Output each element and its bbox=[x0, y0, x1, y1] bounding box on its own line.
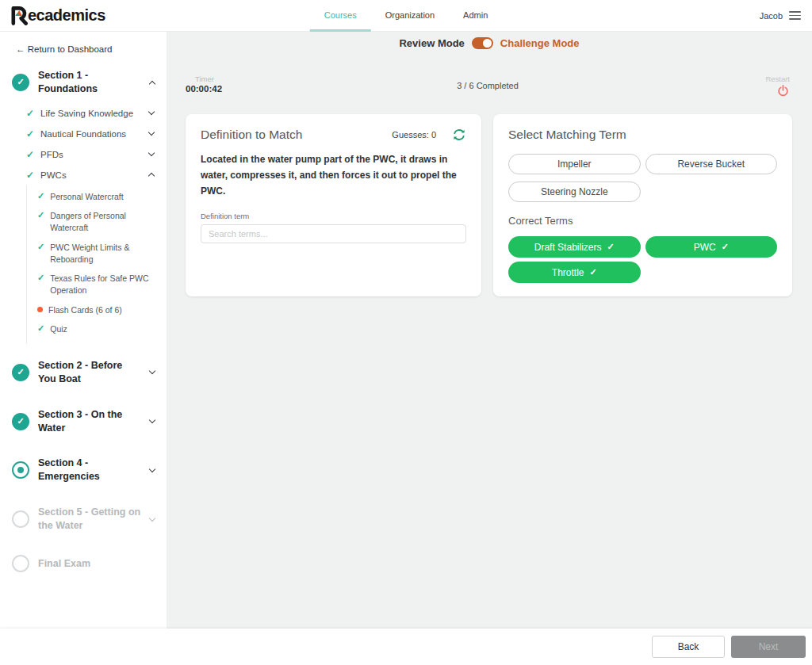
review-mode-label[interactable]: Review Mode bbox=[399, 37, 464, 49]
term-search-input[interactable] bbox=[201, 224, 466, 243]
sidebar-section-1-foundations[interactable]: ✓ Section 1 - Foundations bbox=[0, 62, 167, 103]
chevron-down-icon bbox=[148, 129, 155, 136]
sidebar-item-quiz[interactable]: ✓ Quiz bbox=[27, 319, 167, 339]
in-progress-dot-icon bbox=[37, 307, 43, 312]
back-button[interactable]: Back bbox=[652, 636, 725, 658]
timer-value: 00:00:42 bbox=[186, 84, 457, 94]
sidebar-section-5-getting-on-the-water[interactable]: Section 5 - Getting on the Water bbox=[0, 499, 167, 540]
definition-card-title: Definition to Match bbox=[201, 128, 392, 142]
bottom-action-bar: Back Next bbox=[0, 629, 812, 665]
sidebar-item-pwc-weight-limits[interactable]: ✓ PWC Weight Limits & Reboarding bbox=[27, 238, 167, 269]
section-complete-icon: ✓ bbox=[12, 74, 29, 91]
progress-counter: 3 / 6 Completed bbox=[457, 81, 519, 90]
top-header: ecademics Courses Organization Admin Jac… bbox=[0, 0, 812, 32]
check-icon: ✓ bbox=[589, 267, 596, 277]
check-icon: ✓ bbox=[37, 192, 44, 201]
sidebar-item-flash-cards[interactable]: Flash Cards (6 of 6) bbox=[27, 300, 167, 320]
return-to-dashboard-link[interactable]: ← Return to Dashboard bbox=[0, 32, 167, 60]
term-option-impeller[interactable]: Impeller bbox=[508, 154, 641, 174]
check-icon: ✓ bbox=[37, 211, 44, 220]
section-locked-icon bbox=[12, 555, 29, 572]
correct-term-pwc: PWC ✓ bbox=[645, 236, 778, 258]
check-icon: ✓ bbox=[37, 273, 44, 282]
sidebar-item-life-saving-knowledge[interactable]: ✓ Life Saving Knowledge bbox=[0, 103, 167, 124]
sidebar-section-3-on-the-water[interactable]: ✓ Section 3 - On the Water bbox=[0, 401, 167, 442]
check-icon: ✓ bbox=[26, 170, 34, 180]
term-option-steering-nozzle[interactable]: Steering Nozzle bbox=[508, 182, 641, 202]
chevron-down-icon bbox=[148, 109, 155, 115]
chevron-down-icon bbox=[148, 150, 155, 156]
chevron-down-icon bbox=[149, 514, 155, 521]
definition-card: Definition to Match Guesses: 0 Located i… bbox=[186, 114, 481, 296]
logo-r-mark-icon bbox=[10, 6, 29, 25]
restart-power-icon[interactable] bbox=[776, 84, 790, 97]
chevron-up-icon bbox=[149, 81, 155, 87]
pwcs-lesson-list: ✓ Personal Watercraft ✓ Dangers of Perso… bbox=[26, 185, 167, 344]
check-icon: ✓ bbox=[26, 150, 34, 159]
section-complete-icon: ✓ bbox=[12, 364, 29, 381]
user-name[interactable]: Jacob bbox=[760, 11, 783, 21]
check-icon: ✓ bbox=[607, 242, 614, 252]
restart-label: Restart bbox=[765, 75, 790, 83]
correct-term-throttle: Throttle ✓ bbox=[508, 262, 641, 283]
check-icon: ✓ bbox=[26, 109, 34, 118]
check-icon: ✓ bbox=[37, 324, 44, 333]
next-button[interactable]: Next bbox=[731, 636, 806, 658]
term-options: Impeller Reverse Bucket Steering Nozzle bbox=[508, 154, 777, 202]
nav-tab-courses[interactable]: Courses bbox=[310, 0, 371, 32]
sidebar-section-2-before-you-boat[interactable]: ✓ Section 2 - Before You Boat bbox=[0, 352, 167, 393]
nav-tab-organization[interactable]: Organization bbox=[371, 0, 449, 32]
sidebar-item-pfds[interactable]: ✓ PFDs bbox=[0, 144, 167, 165]
chevron-up-icon bbox=[148, 173, 155, 179]
nav-tab-admin[interactable]: Admin bbox=[449, 0, 502, 32]
chevron-down-icon bbox=[149, 417, 155, 423]
correct-term-draft-stabilizers: Draft Stabilizers ✓ bbox=[508, 236, 641, 258]
definition-text: Located in the water pump part of the PW… bbox=[201, 152, 466, 199]
guesses-counter: Guesses: 0 bbox=[392, 130, 436, 139]
check-icon: ✓ bbox=[26, 129, 34, 139]
chevron-down-icon bbox=[149, 368, 155, 374]
sidebar-item-nautical-foundations[interactable]: ✓ Nautical Foundations bbox=[0, 124, 167, 144]
definition-term-label: Definition term bbox=[201, 212, 466, 220]
timer-label: Timer bbox=[186, 75, 457, 83]
matching-card-title: Select Matching Term bbox=[508, 128, 777, 142]
timer-block: Timer 00:00:42 bbox=[186, 75, 457, 94]
correct-terms-label: Correct Terms bbox=[508, 215, 777, 227]
top-nav: Courses Organization Admin bbox=[310, 0, 503, 32]
mode-toggle-switch[interactable] bbox=[472, 37, 493, 49]
restart-block: Restart bbox=[519, 75, 793, 97]
sidebar-item-dangers-of-personal-watercraft[interactable]: ✓ Dangers of Personal Watercraft bbox=[27, 206, 167, 237]
sidebar-item-pwcs[interactable]: ✓ PWCs bbox=[0, 165, 167, 185]
status-row: Timer 00:00:42 3 / 6 Completed Restart bbox=[186, 75, 793, 97]
toggle-knob bbox=[483, 39, 492, 48]
chevron-down-icon bbox=[149, 466, 155, 472]
section-complete-icon: ✓ bbox=[12, 413, 29, 430]
correct-terms: Draft Stabilizers ✓ PWC ✓ Throttle ✓ bbox=[508, 236, 777, 283]
sidebar-item-personal-watercraft[interactable]: ✓ Personal Watercraft bbox=[27, 187, 167, 207]
menu-icon[interactable] bbox=[789, 11, 801, 20]
app-logo[interactable]: ecademics bbox=[0, 6, 105, 25]
sidebar-section-4-emergencies[interactable]: Section 4 - Emergencies bbox=[0, 449, 167, 491]
sidebar-item-texas-rules-safe-pwc[interactable]: ✓ Texas Rules for Safe PWC Operation bbox=[27, 269, 167, 300]
activity-main-area: Review Mode Challenge Mode Timer 00:00:4… bbox=[167, 32, 812, 629]
course-outline-sidebar: ← Return to Dashboard ✓ Section 1 - Foun… bbox=[0, 32, 167, 629]
section-in-progress-icon bbox=[12, 461, 29, 479]
term-option-reverse-bucket[interactable]: Reverse Bucket bbox=[645, 154, 778, 174]
section-locked-icon bbox=[12, 510, 29, 528]
challenge-mode-label[interactable]: Challenge Mode bbox=[500, 37, 580, 49]
refresh-icon[interactable] bbox=[452, 128, 466, 142]
matching-term-card: Select Matching Term Impeller Reverse Bu… bbox=[493, 114, 792, 296]
mode-toggle-row: Review Mode Challenge Mode bbox=[186, 32, 793, 49]
check-icon: ✓ bbox=[37, 243, 44, 251]
check-icon: ✓ bbox=[722, 242, 729, 252]
sidebar-section-final-exam[interactable]: Final Exam bbox=[0, 548, 167, 579]
logo-text: ecademics bbox=[28, 6, 105, 25]
